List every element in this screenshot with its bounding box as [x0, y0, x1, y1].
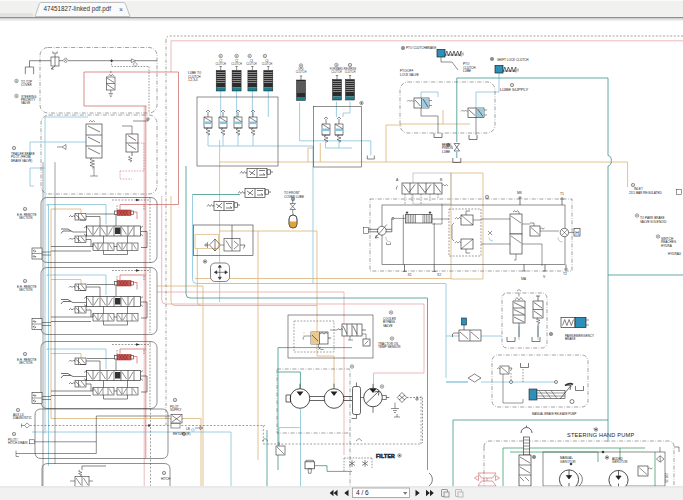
svg-text:23.5 BAR REGULATED: 23.5 BAR REGULATED — [629, 191, 663, 195]
svg-text:CLUTCH: CLUTCH — [246, 62, 257, 66]
svg-text:TO PARK BRAKEVALVE SOLENOID: TO PARK BRAKEVALVE SOLENOID — [640, 216, 667, 224]
svg-text:PTO CLUTCHBRAKE: PTO CLUTCHBRAKE — [406, 46, 436, 50]
svg-text:47451827-linked pdf.pdf: 47451827-linked pdf.pdf — [44, 5, 112, 13]
svg-text:×: × — [119, 6, 123, 13]
svg-text:GEROTOR: GEROTOR — [612, 460, 628, 464]
svg-text:CLUTCH: CLUTCH — [215, 62, 226, 66]
svg-text:T2: T2 — [563, 272, 567, 276]
svg-text:BRAKE: BRAKE — [565, 337, 576, 341]
svg-text:RETURN (R): RETURN (R) — [173, 432, 191, 436]
svg-text:X2: X2 — [437, 273, 441, 277]
svg-text:MANUAL BRAKE RELEASE PUMP: MANUAL BRAKE RELEASE PUMP — [532, 412, 576, 416]
svg-text:CLUTCH: CLUTCH — [231, 62, 242, 66]
svg-text:M8: M8 — [517, 191, 522, 195]
svg-text:CLUTCH: CLUTCH — [331, 70, 342, 74]
svg-text:T1: T1 — [560, 192, 564, 196]
svg-text:X1: X1 — [408, 273, 412, 277]
svg-text:MA: MA — [521, 277, 527, 281]
svg-text:GEROTOR: GEROTOR — [560, 460, 576, 464]
svg-text:CLUTCH: CLUTCH — [296, 70, 307, 74]
svg-text:HITCH: HITCH — [161, 477, 170, 481]
svg-text:CLUTCH: CLUTCH — [262, 62, 273, 66]
svg-text:H: H — [575, 230, 579, 236]
svg-text:CLUTCH: CLUTCH — [345, 70, 356, 74]
svg-text:TRACTOR OILTEMP SENSOR: TRACTOR OILTEMP SENSOR — [378, 342, 401, 349]
svg-text:230-25: 230-25 — [664, 473, 668, 483]
svg-text:TO TOPCOVER: TO TOPCOVER — [21, 80, 33, 87]
svg-text:FILTER: FILTER — [376, 453, 395, 459]
svg-text:LUBE SUPPLY: LUBE SUPPLY — [500, 87, 529, 92]
svg-text:STEERING HAND PUMP: STEERING HAND PUMP — [567, 432, 634, 438]
svg-text:SHIFT LOCK CLUTCH: SHIFT LOCK CLUTCH — [497, 58, 529, 62]
svg-text:4 / 6: 4 / 6 — [356, 489, 369, 496]
svg-text:LB: LB — [186, 427, 190, 431]
svg-text:HYDRAU: HYDRAU — [668, 252, 681, 256]
